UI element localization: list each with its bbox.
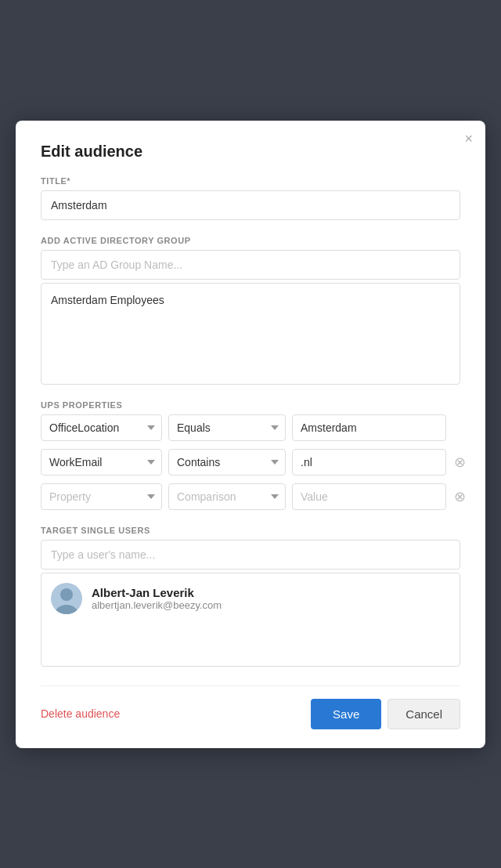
property-row-1: OfficeLocation WorkEmail Equals Contains [41, 414, 460, 441]
ad-group-section: ADD ACTIVE DIRECTORY GROUP Amsterdam Emp… [41, 236, 460, 385]
save-button[interactable]: Save [311, 699, 381, 729]
property-row-2: OfficeLocation WorkEmail Equals Contains… [41, 449, 460, 476]
property-select-3[interactable]: Property OfficeLocation WorkEmail [41, 483, 162, 510]
value-input-2[interactable] [292, 449, 446, 476]
title-input[interactable] [41, 190, 460, 220]
target-users-label: TARGET SINGLE USERS [41, 526, 460, 535]
title-section: TITLE* [41, 176, 460, 220]
user-item: Albert-Jan Leverik albertjan.leverik@bee… [51, 583, 450, 614]
comparison-select-1[interactable]: Equals Contains [168, 414, 286, 441]
modal-title: Edit audience [41, 143, 460, 161]
title-label: TITLE* [41, 176, 460, 186]
delete-audience-button[interactable]: Delete audience [41, 707, 120, 720]
ad-group-box: Amsterdam Employees [41, 283, 460, 385]
user-search-input[interactable] [41, 540, 460, 570]
close-button[interactable]: × [464, 132, 473, 146]
property-select-2[interactable]: OfficeLocation WorkEmail [41, 449, 162, 476]
cancel-button[interactable]: Cancel [387, 699, 460, 729]
value-input-1[interactable] [292, 414, 446, 441]
property-select-1[interactable]: OfficeLocation WorkEmail [41, 414, 162, 441]
modal-footer: Delete audience Save Cancel [41, 685, 460, 729]
edit-audience-modal: × Edit audience TITLE* ADD ACTIVE DIRECT… [16, 121, 485, 748]
comparison-select-2[interactable]: Equals Contains [168, 449, 286, 476]
ad-group-label: ADD ACTIVE DIRECTORY GROUP [41, 236, 460, 245]
ups-properties-section: UPS PROPERTIES OfficeLocation WorkEmail … [41, 400, 460, 510]
remove-row-2-button[interactable]: ⊗ [452, 454, 467, 471]
ups-properties-label: UPS PROPERTIES [41, 400, 460, 410]
user-name: Albert-Jan Leverik [92, 586, 222, 599]
user-email: albertjan.leverik@beezy.com [92, 599, 222, 611]
footer-actions: Save Cancel [311, 699, 460, 729]
value-input-3[interactable] [292, 483, 446, 510]
ad-group-tag: Amsterdam Employees [51, 294, 164, 306]
user-list-box: Albert-Jan Leverik albertjan.leverik@bee… [41, 573, 460, 667]
property-row-3: Property OfficeLocation WorkEmail Compar… [41, 483, 460, 510]
ad-group-input[interactable] [41, 250, 460, 280]
avatar [51, 583, 82, 614]
remove-row-3-button[interactable]: ⊗ [452, 488, 467, 505]
target-users-section: TARGET SINGLE USERS Albert-Jan Leverik a… [41, 526, 460, 667]
svg-point-1 [60, 588, 73, 601]
comparison-select-3[interactable]: Comparison Equals Contains [168, 483, 286, 510]
user-info: Albert-Jan Leverik albertjan.leverik@bee… [92, 586, 222, 611]
